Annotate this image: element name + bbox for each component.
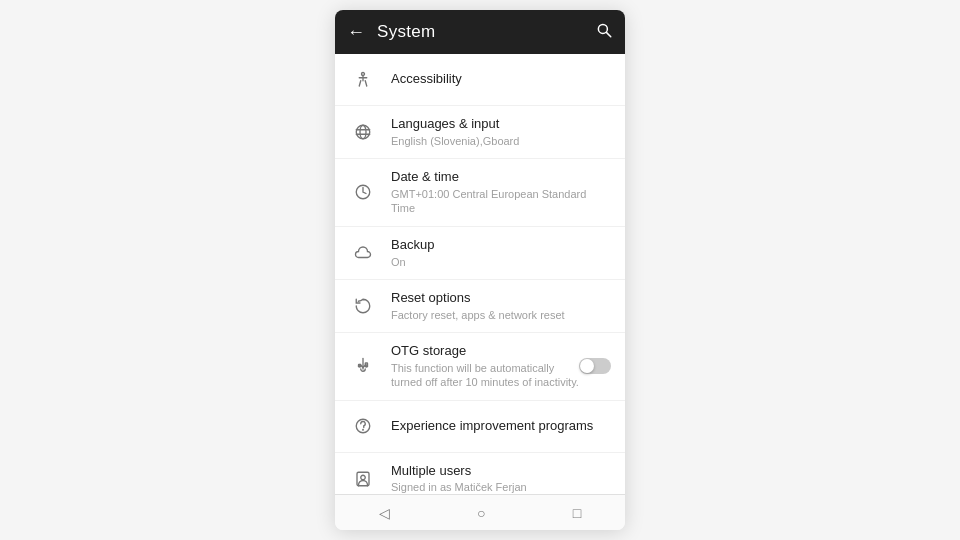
accessibility-text: Accessibility	[391, 71, 611, 88]
svg-point-0	[598, 24, 607, 33]
clock-icon	[349, 178, 377, 206]
phone-container: ← System Accessibility	[335, 10, 625, 530]
otg-subtitle: This function will be automatically turn…	[391, 361, 579, 390]
menu-item-otg[interactable]: OTG storage This function will be automa…	[335, 333, 625, 400]
users-title: Multiple users	[391, 463, 611, 480]
languages-subtitle: English (Slovenia),Gboard	[391, 134, 611, 148]
menu-item-experience[interactable]: Experience improvement programs	[335, 401, 625, 453]
person-icon	[349, 465, 377, 493]
page-title: System	[377, 22, 595, 42]
svg-point-7	[356, 125, 370, 139]
menu-item-datetime[interactable]: Date & time GMT+01:00 Central European S…	[335, 159, 625, 226]
otg-toggle[interactable]	[579, 358, 611, 374]
menu-item-users[interactable]: Multiple users Signed in as Matiček Ferj…	[335, 453, 625, 494]
experience-text: Experience improvement programs	[391, 418, 611, 435]
accessibility-icon	[349, 66, 377, 94]
otg-text: OTG storage This function will be automa…	[391, 343, 579, 389]
language-icon	[349, 118, 377, 146]
accessibility-title: Accessibility	[391, 71, 611, 88]
datetime-title: Date & time	[391, 169, 611, 186]
svg-point-18	[363, 429, 364, 430]
svg-line-1	[607, 32, 611, 36]
nav-recent-button[interactable]: □	[573, 505, 581, 521]
otg-title: OTG storage	[391, 343, 579, 360]
reset-text: Reset options Factory reset, apps & netw…	[391, 290, 611, 322]
menu-item-languages[interactable]: Languages & input English (Slovenia),Gbo…	[335, 106, 625, 159]
experience-icon	[349, 412, 377, 440]
back-button[interactable]: ←	[347, 22, 365, 43]
nav-home-button[interactable]: ○	[477, 505, 485, 521]
menu-list: Accessibility Languages & input English …	[335, 54, 625, 494]
nav-back-button[interactable]: ◁	[379, 505, 390, 521]
menu-item-accessibility[interactable]: Accessibility	[335, 54, 625, 106]
reset-icon	[349, 292, 377, 320]
backup-title: Backup	[391, 237, 611, 254]
search-button[interactable]	[595, 21, 613, 44]
languages-title: Languages & input	[391, 116, 611, 133]
cloud-icon	[349, 239, 377, 267]
experience-title: Experience improvement programs	[391, 418, 611, 435]
nav-bar: ◁ ○ □	[335, 494, 625, 530]
users-text: Multiple users Signed in as Matiček Ferj…	[391, 463, 611, 494]
top-bar: ← System	[335, 10, 625, 54]
languages-text: Languages & input English (Slovenia),Gbo…	[391, 116, 611, 148]
usb-icon	[349, 352, 377, 380]
svg-line-5	[359, 80, 361, 85]
svg-point-20	[361, 475, 366, 480]
reset-title: Reset options	[391, 290, 611, 307]
datetime-subtitle: GMT+01:00 Central European Standard Time	[391, 187, 611, 216]
datetime-text: Date & time GMT+01:00 Central European S…	[391, 169, 611, 215]
backup-text: Backup On	[391, 237, 611, 269]
users-subtitle: Signed in as Matiček Ferjan	[391, 480, 611, 494]
menu-item-backup[interactable]: Backup On	[335, 227, 625, 280]
reset-subtitle: Factory reset, apps & network reset	[391, 308, 611, 322]
svg-line-6	[365, 80, 367, 85]
svg-point-8	[360, 125, 366, 139]
backup-subtitle: On	[391, 255, 611, 269]
menu-item-reset[interactable]: Reset options Factory reset, apps & netw…	[335, 280, 625, 333]
